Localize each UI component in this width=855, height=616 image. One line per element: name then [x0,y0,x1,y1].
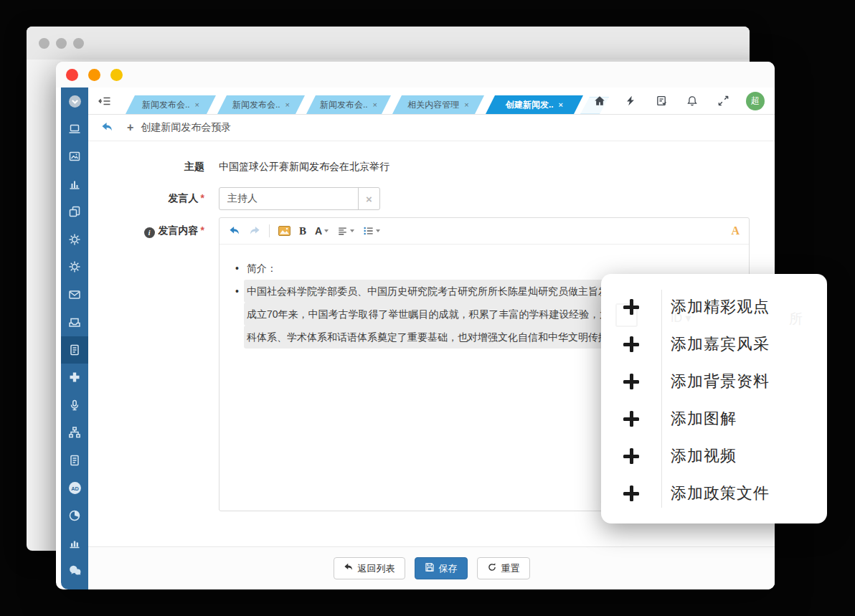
tab-3[interactable]: 新闻发布会..× [306,95,391,114]
tab-label: 新闻发布会.. [320,99,368,111]
toolbar-divider [269,224,270,237]
tab-5[interactable]: 创建新闻发..× [486,95,583,114]
background-window-titlebar [27,27,750,60]
popup-item-6[interactable]: 添加政策文件 [601,475,827,512]
back-icon[interactable] [100,120,114,135]
speaker-input[interactable]: 主持人 × [219,187,380,210]
popup-item-label: 添加嘉宾风采 [671,333,770,355]
sitemap-icon [68,426,81,439]
sidebar-item-6[interactable] [61,226,88,254]
close-window-button[interactable] [66,69,78,81]
return-to-list-button[interactable]: 返回列表 [334,557,405,579]
bolt-icon[interactable] [623,93,638,109]
top-right-icons: 超 [592,87,765,114]
chevron-down-icon [376,229,380,232]
subject-label: 主题 [88,161,204,174]
close-tab-icon[interactable]: × [559,101,563,109]
sidebar-item-2[interactable] [61,115,88,143]
popup-item-1[interactable]: 添加精彩观点 [601,288,827,326]
content-label: i发言内容* [88,224,204,238]
chevron-down-icon [324,229,329,232]
sidebar-item-15[interactable]: AD [61,474,88,502]
tab-4[interactable]: 相关内容管理× [392,95,484,114]
bell-icon[interactable] [684,93,700,109]
chevron-down-icon [350,229,354,232]
breadcrumb: + 创建新闻发布会预录 [88,114,775,141]
ad-icon: AD [68,481,82,495]
sidebar-item-10[interactable] [61,336,88,364]
zoom-window-button[interactable] [110,69,123,81]
font-color-icon[interactable]: A [315,225,329,237]
tab-2[interactable]: 新闻发布会..× [217,95,305,114]
insert-image-icon[interactable] [278,226,290,236]
expand-icon[interactable] [715,93,731,109]
plus-icon [623,336,639,352]
user-avatar[interactable]: 超 [746,92,765,110]
close-tab-icon[interactable]: × [373,101,377,109]
popup-item-4[interactable]: 添加图解 [601,400,827,437]
tab-1[interactable]: 新闻发布会..× [126,95,216,114]
sidebar-item-17[interactable] [61,529,88,557]
popup-item-label: 添加图解 [671,408,737,430]
window-titlebar [56,62,775,87]
popup-item-label: 添加政策文件 [671,483,770,504]
sidebar-item-5[interactable] [61,198,88,226]
page-title: 创建新闻发布会预录 [141,121,231,134]
popup-item-label: 添加精彩观点 [671,296,770,318]
sidebar-item-14[interactable] [61,447,88,475]
sidebar-item-16[interactable] [61,502,88,530]
tab-bar: 新闻发布会..×新闻发布会..×新闻发布会..×相关内容管理×创建新闻发..× [126,95,609,114]
redo-icon[interactable] [249,226,260,236]
copy-icon [68,205,81,218]
popup-item-5[interactable]: 添加视频 [601,437,827,475]
ordered-list-icon[interactable] [363,226,380,236]
microphone-icon [68,399,81,412]
close-tab-icon[interactable]: × [195,101,199,109]
document-icon [68,454,81,467]
back-arrow-icon [344,563,354,574]
tab-label: 创建新闻发.. [506,99,554,111]
bar-chart-icon [68,178,81,191]
home-icon[interactable] [592,93,608,109]
sidebar-item-4[interactable] [61,171,88,199]
info-icon: i [144,227,155,238]
sidebar-item-3[interactable] [61,143,88,171]
window-dot [73,38,84,49]
plus-icon [623,374,639,389]
close-tab-icon[interactable]: × [464,101,468,109]
sidebar-item-13[interactable] [61,419,88,447]
button-label: 返回列表 [358,562,395,575]
clipboard-icon[interactable] [653,93,669,109]
clear-input-icon[interactable]: × [358,188,379,209]
wechat-icon [68,564,82,577]
required-mark: * [201,192,204,204]
sidebar-item-12[interactable] [61,392,88,420]
save-button[interactable]: 保存 [415,557,468,579]
minimize-window-button[interactable] [88,69,100,81]
sidebar-item-7[interactable] [61,253,88,281]
collapse-menu-icon[interactable] [97,93,113,109]
close-tab-icon[interactable]: × [285,101,290,109]
sidebar-item-9[interactable] [61,308,88,336]
reset-icon [487,562,497,574]
bold-icon[interactable]: B [299,225,306,237]
reset-button[interactable]: 重置 [477,557,530,579]
theme-font-icon[interactable]: A [731,224,740,237]
sidebar-item-8[interactable] [61,281,88,309]
editor-toolbar: B A A [219,218,749,245]
sidebar-item-1[interactable] [61,87,88,115]
sidebar-item-18[interactable] [61,557,88,585]
envelope-icon [68,288,81,301]
undo-icon[interactable] [229,226,240,236]
plus-icon [623,411,639,427]
pie-chart-icon [68,509,81,522]
tab-label: 新闻发布会.. [232,99,280,111]
plus-icon [623,299,639,315]
tab-label: 相关内容管理 [407,99,459,111]
popup-item-2[interactable]: 添加嘉宾风采 [601,326,827,363]
required-mark: * [201,224,204,236]
chevron-circle-icon [68,95,82,108]
align-icon[interactable] [337,226,354,236]
popup-item-3[interactable]: 添加背景资料 [601,363,827,400]
sidebar-item-11[interactable] [61,364,88,392]
